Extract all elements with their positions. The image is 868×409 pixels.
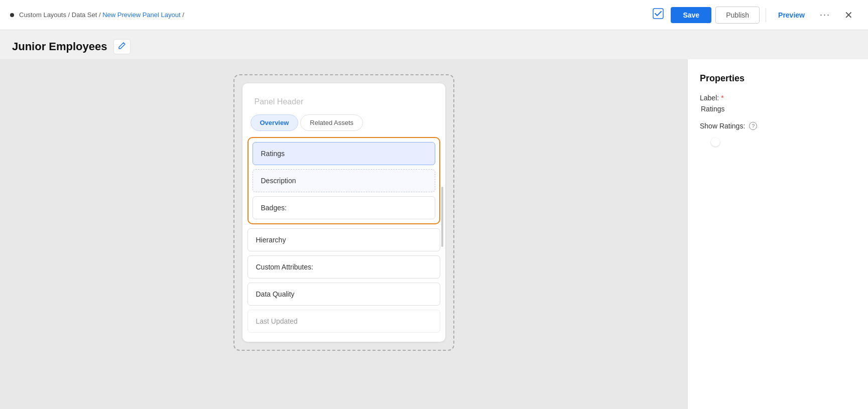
panel-item-badges[interactable]: Badges: — [253, 196, 435, 219]
help-icon[interactable]: ? — [749, 122, 757, 130]
panel-header-text: Panel Header — [255, 97, 304, 106]
panel-card: Panel Header Overview Related Assets Rat… — [242, 83, 445, 342]
description-label: Description — [261, 177, 296, 185]
hierarchy-label: Hierarchy — [256, 236, 286, 244]
panel-item-ratings[interactable]: Ratings — [253, 142, 435, 165]
more-button[interactable]: ··· — [815, 7, 835, 23]
edit-title-button[interactable] — [113, 39, 131, 54]
publish-button[interactable]: Publish — [715, 7, 760, 24]
topbar: Custom Layouts / Data Set / New Preview … — [0, 0, 868, 30]
check-icon-button[interactable] — [650, 5, 667, 25]
prop-label-row: Label: * — [700, 94, 856, 102]
panel-item-custom-attributes[interactable]: Custom Attributes: — [247, 255, 440, 279]
custom-attributes-label: Custom Attributes: — [256, 263, 313, 271]
properties-panel: Properties Label: * Ratings Show Ratings… — [687, 59, 868, 409]
breadcrumb-link[interactable]: New Preview Panel Layout — [102, 11, 180, 19]
panel-preview-outer: Panel Header Overview Related Assets Rat… — [233, 74, 454, 351]
toggle-thumb — [711, 138, 720, 147]
divider — [766, 8, 766, 22]
main-content: Panel Header Overview Related Assets Rat… — [0, 59, 868, 409]
panel-item-data-quality[interactable]: Data Quality — [247, 283, 440, 306]
badges-label: Badges: — [261, 204, 287, 212]
tab-related-assets[interactable]: Related Assets — [300, 114, 363, 131]
tab-overview[interactable]: Overview — [251, 114, 299, 131]
panel-scrollbar[interactable] — [441, 187, 443, 247]
panel-item-hierarchy[interactable]: Hierarchy — [247, 228, 440, 251]
panel-header-area: Panel Header — [242, 83, 445, 114]
breadcrumb-dot — [10, 13, 14, 17]
show-ratings-label: Show Ratings: — [700, 122, 745, 130]
label-field-value: Ratings — [700, 105, 856, 113]
panel-items-outer: Hierarchy Custom Attributes: Data Qualit… — [242, 228, 445, 342]
panel-tabs: Overview Related Assets — [242, 114, 445, 137]
panel-item-last-updated[interactable]: Last Updated — [247, 310, 440, 333]
data-quality-label: Data Quality — [256, 290, 295, 298]
topbar-actions: Save Publish Preview ··· ✕ — [650, 5, 858, 25]
label-required: * — [721, 94, 723, 102]
selection-box: Ratings Description Badges: — [247, 137, 440, 224]
panel-item-description[interactable]: Description — [253, 169, 435, 192]
save-button[interactable]: Save — [671, 7, 711, 23]
breadcrumb: Custom Layouts / Data Set / New Preview … — [10, 11, 184, 19]
page-title: Junior Employees — [12, 40, 107, 53]
preview-button[interactable]: Preview — [772, 7, 811, 23]
close-button[interactable]: ✕ — [839, 6, 858, 24]
show-ratings-row: Show Ratings: ? — [700, 122, 856, 130]
last-updated-label: Last Updated — [256, 317, 298, 325]
label-field-label: Label: — [700, 94, 719, 102]
canvas-area: Panel Header Overview Related Assets Rat… — [0, 59, 687, 409]
properties-title: Properties — [700, 73, 856, 84]
breadcrumb-text: Custom Layouts / Data Set / New Preview … — [19, 11, 184, 19]
ratings-label: Ratings — [261, 150, 285, 158]
page-title-row: Junior Employees — [0, 30, 868, 59]
